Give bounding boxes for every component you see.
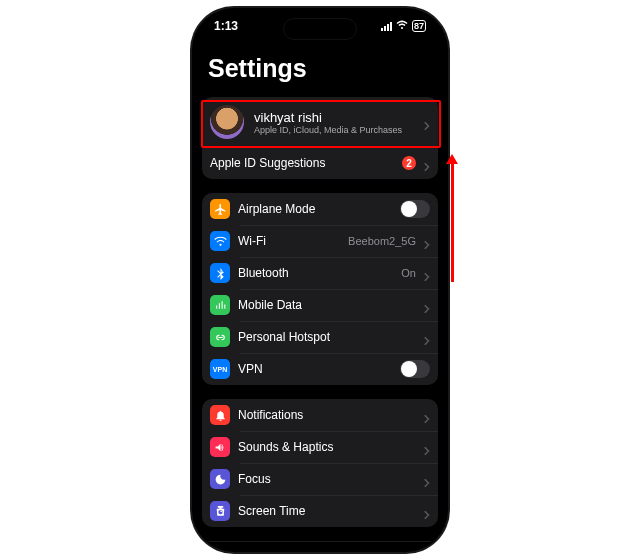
suggestions-badge: 2 xyxy=(402,156,416,170)
row-label: Focus xyxy=(238,472,416,486)
bluetooth-row[interactable]: Bluetooth On xyxy=(202,257,438,289)
row-label: Mobile Data xyxy=(238,298,416,312)
apple-id-suggestions-row[interactable]: Apple ID Suggestions 2 xyxy=(202,147,438,179)
chevron-right-icon xyxy=(424,442,430,452)
battery-icon: 87 xyxy=(412,20,426,32)
phone-frame: 1:13 87 Settings vikhyat rishi Apple ID,… xyxy=(192,8,448,552)
apple-id-row[interactable]: vikhyat rishi Apple ID, iCloud, Media & … xyxy=(202,97,438,147)
focus-icon xyxy=(210,469,230,489)
wifi-icon xyxy=(210,231,230,251)
network-group: Airplane Mode Wi-Fi Beebom2_5G Bluetooth… xyxy=(202,193,438,385)
wifi-row[interactable]: Wi-Fi Beebom2_5G xyxy=(202,225,438,257)
screen-time-icon xyxy=(210,501,230,521)
chevron-right-icon xyxy=(424,332,430,342)
wifi-status-icon xyxy=(396,19,408,33)
general-group: General xyxy=(202,541,438,542)
sounds-row[interactable]: Sounds & Haptics xyxy=(202,431,438,463)
row-label: VPN xyxy=(238,362,392,376)
page-title: Settings xyxy=(202,44,438,89)
row-label: Apple ID Suggestions xyxy=(210,156,394,170)
chevron-right-icon xyxy=(424,236,430,246)
airplane-toggle[interactable] xyxy=(400,200,430,218)
bluetooth-icon xyxy=(210,263,230,283)
bluetooth-value: On xyxy=(401,267,416,279)
row-label: Bluetooth xyxy=(238,266,393,280)
row-label: Screen Time xyxy=(238,504,416,518)
airplane-icon xyxy=(210,199,230,219)
focus-row[interactable]: Focus xyxy=(202,463,438,495)
screen-content: Settings vikhyat rishi Apple ID, iCloud,… xyxy=(202,44,438,542)
screen-time-row[interactable]: Screen Time xyxy=(202,495,438,527)
vpn-row[interactable]: VPN VPN xyxy=(202,353,438,385)
wifi-value: Beebom2_5G xyxy=(348,235,416,247)
annotation-arrow xyxy=(451,162,454,282)
chevron-right-icon xyxy=(424,410,430,420)
chevron-right-icon xyxy=(424,506,430,516)
mobile-data-row[interactable]: Mobile Data xyxy=(202,289,438,321)
row-label: Personal Hotspot xyxy=(238,330,416,344)
chevron-right-icon xyxy=(424,268,430,278)
sounds-icon xyxy=(210,437,230,457)
chevron-right-icon xyxy=(424,474,430,484)
chevron-right-icon xyxy=(424,158,430,168)
hotspot-icon xyxy=(210,327,230,347)
personal-hotspot-row[interactable]: Personal Hotspot xyxy=(202,321,438,353)
chevron-right-icon xyxy=(424,117,430,127)
profile-group: vikhyat rishi Apple ID, iCloud, Media & … xyxy=(202,97,438,179)
avatar xyxy=(210,105,244,139)
airplane-mode-row[interactable]: Airplane Mode xyxy=(202,193,438,225)
profile-subtitle: Apple ID, iCloud, Media & Purchases xyxy=(254,125,414,135)
row-label: Sounds & Haptics xyxy=(238,440,416,454)
row-label: Airplane Mode xyxy=(238,202,392,216)
vpn-toggle[interactable] xyxy=(400,360,430,378)
status-time: 1:13 xyxy=(214,19,238,33)
vpn-icon: VPN xyxy=(210,359,230,379)
mobile-data-icon xyxy=(210,295,230,315)
chevron-right-icon xyxy=(424,300,430,310)
dynamic-island xyxy=(283,18,357,40)
profile-name: vikhyat rishi xyxy=(254,110,414,125)
row-label: Wi-Fi xyxy=(238,234,340,248)
attention-group: Notifications Sounds & Haptics Focus Scr… xyxy=(202,399,438,527)
general-row[interactable]: General xyxy=(202,541,438,542)
row-label: Notifications xyxy=(238,408,416,422)
notifications-row[interactable]: Notifications xyxy=(202,399,438,431)
notifications-icon xyxy=(210,405,230,425)
cellular-icon xyxy=(381,21,392,31)
